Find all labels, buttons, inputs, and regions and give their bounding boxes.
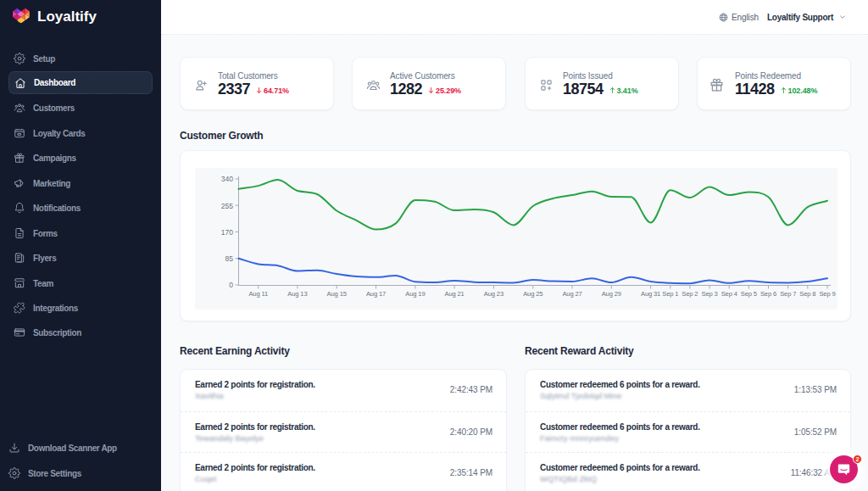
svg-text:Aug 13: Aug 13 bbox=[287, 290, 307, 298]
svg-text:Aug 25: Aug 25 bbox=[523, 290, 542, 298]
svg-text:Sep 1: Sep 1 bbox=[662, 290, 678, 298]
svg-text:Sep 7: Sep 7 bbox=[780, 290, 796, 298]
svg-text:Sep 4: Sep 4 bbox=[721, 290, 737, 298]
svg-text:Sep 3: Sep 3 bbox=[702, 290, 718, 298]
svg-text:Aug 11: Aug 11 bbox=[248, 290, 268, 298]
svg-text:Sep 5: Sep 5 bbox=[741, 290, 757, 298]
svg-text:Sep 9: Sep 9 bbox=[819, 290, 835, 298]
svg-text:Aug 21: Aug 21 bbox=[445, 290, 465, 298]
svg-text:255: 255 bbox=[221, 202, 233, 210]
svg-text:Aug 29: Aug 29 bbox=[602, 290, 621, 298]
svg-text:340: 340 bbox=[221, 175, 233, 183]
svg-text:Sep 8: Sep 8 bbox=[799, 290, 815, 298]
svg-text:Aug 17: Aug 17 bbox=[366, 290, 386, 298]
svg-text:Aug 15: Aug 15 bbox=[327, 290, 347, 298]
svg-text:Sep 2: Sep 2 bbox=[682, 290, 698, 298]
svg-text:Aug 23: Aug 23 bbox=[484, 290, 504, 298]
svg-text:Aug 31: Aug 31 bbox=[641, 290, 660, 298]
svg-text:170: 170 bbox=[221, 228, 233, 237]
svg-text:Aug 19: Aug 19 bbox=[405, 290, 425, 298]
svg-text:85: 85 bbox=[225, 254, 234, 263]
svg-text:Aug 27: Aug 27 bbox=[562, 290, 581, 298]
svg-text:Sep 6: Sep 6 bbox=[760, 290, 776, 298]
svg-text:0: 0 bbox=[229, 281, 233, 289]
